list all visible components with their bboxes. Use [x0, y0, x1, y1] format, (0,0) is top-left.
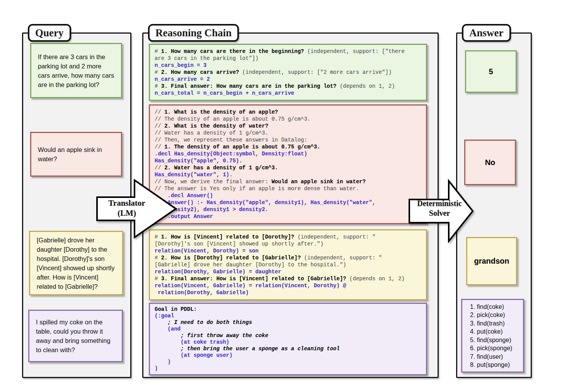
answer-card-kinship: grandson: [466, 237, 517, 285]
reasoning-block-datalog: // 1. What is the density of an apple?//…: [149, 104, 427, 224]
query-card-robot-task: I spilled my coke on the table, could yo…: [28, 310, 123, 362]
code-line: # 2. How is [Dorothy] related to [Gabrie…: [155, 254, 421, 261]
code-line: Answer() :- Has_density("apple", density…: [155, 199, 421, 206]
code-line: # 2. How many cars arrive? (independent,…: [155, 69, 421, 76]
code-line: (and: [155, 326, 421, 332]
code-line: Has_density("water", 1).: [155, 171, 421, 178]
code-line: ): [155, 359, 421, 365]
query-panel-title: Query: [28, 24, 71, 42]
code-line: Goal in PDDL:: [155, 306, 421, 313]
arrow-label-line: Solver: [409, 208, 470, 218]
code-line: ; I need to do both things: [155, 319, 421, 326]
translator-arrow-label: Translator (LM): [98, 198, 156, 218]
code-line: .decl Has_density(Object:symbol, Density…: [155, 150, 421, 157]
query-card-arithmetic: If there are 3 cars in the parking lot a…: [30, 43, 122, 98]
plan-step: 8. put(sponge): [470, 361, 510, 369]
code-line: // 2. Water has a density of 1 g/cm^3.: [155, 164, 421, 171]
code-line: (at coke trash): [155, 339, 421, 346]
plan-step: 3. find(trash): [470, 319, 505, 328]
answer-card-arithmetic: 5: [465, 50, 517, 93]
query-text: Would an apple sink in water?: [38, 145, 114, 164]
code-line: (:goal: [155, 313, 421, 319]
code-line: # 1. How is [Vincent] related to [Doroth…: [155, 233, 421, 240]
plan-step: 5. find(sponge): [470, 336, 511, 344]
faithful-cot-pipeline-figure: Query If there are 3 cars in the parking…: [0, 0, 562, 392]
arrow-label-line: (LM): [98, 208, 156, 218]
code-line: [Dorothy]'s son [Vincent] showed up shor…: [155, 240, 421, 247]
code-line: [Gabrielle] drove her daughter [Dorothy]…: [155, 261, 421, 268]
code-line: Has_density("apple", 0.75).: [155, 157, 421, 164]
query-card-kinship: [Gabrielle] drove her daughter [Dorothy]…: [29, 231, 123, 295]
reasoning-chain-panel: Reasoning Chain # 1. How many cars are t…: [142, 32, 439, 378]
code-line: # 3. Final answer: How many cars are in …: [155, 83, 421, 90]
code-line: ; then bring the user a sponge as a clea…: [155, 346, 421, 352]
answer-value: No: [485, 158, 496, 167]
code-line: // 2. What is the density of water?: [155, 123, 421, 130]
answer-value: 5: [489, 67, 493, 76]
query-card-physics: Would an apple sink in water?: [30, 132, 122, 177]
code-line: density2), density1 > density2.: [155, 206, 421, 213]
code-line: relation(Dorothy, Gabrielle): [155, 289, 421, 296]
code-line: n_cars_begin = 3: [155, 62, 421, 69]
reasoning-block-relation: # 1. How is [Vincent] related to [Doroth…: [149, 229, 427, 300]
reasoning-panel-title: Reasoning Chain: [148, 24, 239, 42]
reasoning-block-pddl: Goal in PDDL:(:goal ; I need to do both …: [149, 303, 427, 375]
code-line: // Then, we represent these answers in D…: [155, 136, 421, 143]
code-line: // 1. The density of an apple is about 0…: [155, 143, 421, 150]
code-line: .output Answer: [155, 213, 421, 220]
code-line: // Water has a density of 1 g/cm^3.: [155, 130, 421, 136]
code-line: relation(Vincent, Dorothy) = son: [155, 247, 421, 254]
plan-step: 1. find(coke): [470, 303, 504, 311]
code-line: n_cars_total = n_cars_begin + n_cars_arr…: [155, 90, 421, 97]
code-line: // Now, we derive the final answer: Woul…: [155, 178, 421, 185]
code-line: # 1. How many cars are there in the begi…: [155, 48, 421, 55]
plan-step: 7. find(user): [470, 353, 503, 361]
query-text: If there are 3 cars in the parking lot a…: [38, 52, 114, 89]
code-line: // The density of an apple is about 0.75…: [155, 116, 421, 123]
code-line: relation(Vincent, Gabrielle) = relation(…: [155, 282, 421, 289]
code-line: .decl Answer(): [155, 192, 421, 199]
reasoning-block-python: # 1. How many cars are there in the begi…: [149, 44, 427, 101]
answer-card-robot-plan: 1. find(coke)2. pick(coke)3. find(trash)…: [461, 299, 524, 373]
code-line: (at sponge user): [155, 352, 421, 359]
answer-panel-title: Answer: [462, 24, 511, 42]
code-line: are 3 cars in the parking lot"]): [155, 55, 421, 62]
code-line: // 1. What is the density of an apple?: [155, 109, 421, 116]
code-line: ): [155, 365, 421, 372]
query-text: [Gabrielle] drove her daughter [Dorothy]…: [37, 235, 116, 291]
deterministic-solver-arrow-label: Deterministic Solver: [409, 199, 470, 218]
arrow-label-line: Deterministic: [409, 199, 470, 208]
plan-step: 4. put(coke): [470, 327, 502, 336]
code-line: // The answer is Yes only if an apple is…: [155, 185, 421, 192]
arrow-label-line: Translator: [98, 198, 156, 208]
code-line: # 3. Final answer: How is [Vincent] rela…: [155, 275, 421, 282]
code-line: ; first throw away the coke: [155, 332, 421, 339]
plan-step: 2. pick(coke): [470, 311, 505, 319]
code-line: n_cars_arrive = 2: [155, 76, 421, 83]
plan-step: 6. pick(sponge): [470, 344, 512, 353]
code-line: relation(Dorothy, Gabrielle) = daughter: [155, 268, 421, 275]
query-text: I spilled my coke on the table, could yo…: [36, 317, 115, 355]
answer-value: grandson: [474, 257, 509, 266]
